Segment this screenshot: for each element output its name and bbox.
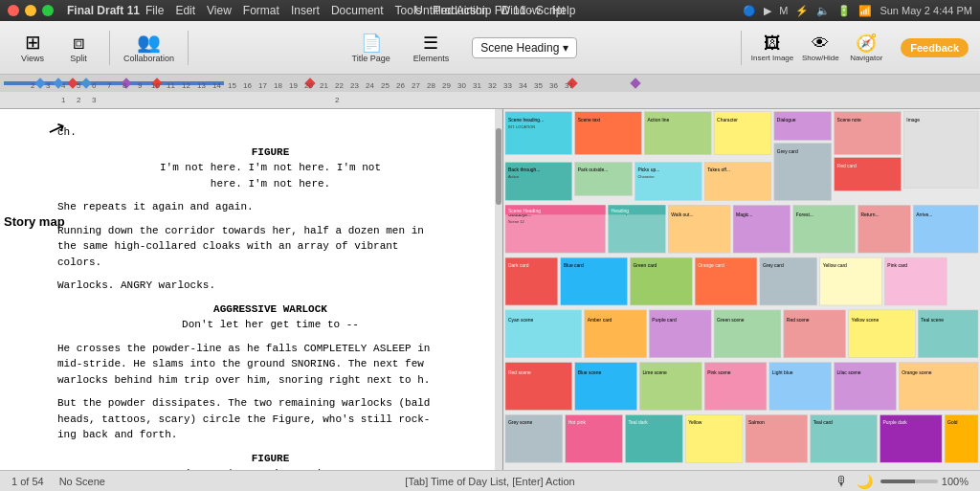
script-panel: Story map ↗ ch. FIGURE I'm not here. I'm… (0, 109, 503, 470)
svg-text:Scene Heading: Scene Heading (508, 208, 541, 213)
svg-text:Green card: Green card (633, 262, 657, 268)
ruler-num-13: 13 (197, 81, 206, 90)
ruler-num-2: 2 (31, 81, 34, 90)
separator-2 (188, 31, 189, 65)
menu-edit[interactable]: Edit (175, 4, 195, 17)
toolbar-center: 📄 Title Page ☰ Elements Scene Heading ▾ (198, 33, 731, 63)
svg-text:Purple card: Purple card (652, 317, 677, 323)
scene-marker-1[interactable] (34, 78, 45, 88)
ruler-num-6: 6 (92, 81, 96, 90)
scene-marker-9[interactable] (630, 78, 640, 88)
svg-text:Red card: Red card (837, 163, 857, 168)
menu-format[interactable]: Format (243, 4, 279, 17)
svg-text:Teal scene: Teal scene (921, 317, 944, 323)
navigator-button[interactable]: 🧭 Navigator (847, 33, 885, 62)
window-title: Untitled Airship FD 11 - Script (414, 4, 565, 17)
navigator-icon: 🧭 (856, 33, 877, 54)
ruler-num-4: 4 (61, 81, 65, 90)
svg-text:Lilac scene: Lilac scene (837, 369, 861, 375)
menu-file[interactable]: File (145, 4, 164, 17)
ruler-num-5: 5 (77, 81, 80, 90)
ruler-num-36: 36 (549, 81, 558, 90)
ruler-num-34: 34 (519, 81, 527, 90)
svg-text:Return...: Return... (861, 212, 880, 217)
ruler-num-25: 25 (381, 81, 390, 90)
toolbar: ⊞ Views ⧈ Split 👥 Collaboration 📄 Title … (0, 21, 980, 75)
ruler-top: 2 3 4 5 6 7 8 9 10 11 12 13 14 15 16 17 … (0, 75, 980, 92)
script-character-2: AGGRESSIVE WARLOCK (57, 301, 483, 318)
feedback-button[interactable]: Feedback (901, 38, 969, 57)
story-map-label: Story map (4, 214, 65, 231)
svg-text:Orange scene: Orange scene (902, 369, 931, 375)
toolbar-right: 🖼 Insert Image 👁 Show/Hide 🧭 Navigator F… (751, 33, 969, 62)
close-button[interactable] (8, 5, 19, 16)
zoom-button[interactable] (42, 5, 54, 16)
ruler-num-10: 10 (151, 81, 160, 90)
svg-text:Character: Character (637, 174, 655, 179)
split-label: Split (70, 54, 87, 63)
scene-heading-text: Scene Heading (480, 41, 559, 55)
views-icon: ⊞ (25, 33, 41, 52)
ruler-num-32: 32 (488, 81, 497, 90)
script-content[interactable]: ch. FIGURE I'm not here. I'm not here. I… (0, 109, 502, 470)
status-hint: [Tab] Time of Day List, [Enter] Action (405, 476, 574, 487)
status-right: 🎙 🌙 100% (835, 474, 969, 489)
svg-text:Pink card: Pink card (887, 262, 907, 268)
script-line-3: She repeats it again and again. (57, 199, 483, 215)
main-content: Story map ↗ ch. FIGURE I'm not here. I'm… (0, 109, 980, 470)
ruler-num-23: 23 (350, 81, 359, 90)
ruler-num-15: 15 (228, 81, 236, 90)
ruler-num-29: 29 (442, 81, 451, 90)
svg-text:Cyan scene: Cyan scene (508, 317, 533, 323)
story-map-canvas: Scene heading... INT. LOCATION Scene tex… (503, 109, 980, 470)
ruler-num-26: 26 (396, 81, 405, 90)
collaboration-button[interactable]: 👥 Collaboration (120, 25, 178, 71)
scroll-thumb[interactable] (496, 128, 501, 205)
title-bar: Final Draft 11 File Edit View Format Ins… (0, 0, 980, 21)
scene-marker-4[interactable] (80, 78, 91, 88)
ruler-num-27: 27 (412, 81, 420, 90)
script-line-7: But the powder dissipates. The two remai… (57, 395, 483, 443)
svg-text:Lime scene: Lime scene (642, 369, 667, 375)
minimize-button[interactable] (25, 5, 36, 16)
status-left: 1 of 54 No Scene (11, 476, 105, 487)
menu-insert[interactable]: Insert (291, 4, 320, 17)
menu-view[interactable]: View (207, 4, 232, 17)
ruler-num-24: 24 (366, 81, 374, 90)
script-line-6: He crosses the powder-line as he falls C… (57, 341, 483, 389)
mic-icon[interactable]: 🎙 (835, 474, 849, 489)
scroll-bar[interactable] (495, 109, 502, 470)
svg-text:INT. LOCATION: INT. LOCATION (508, 124, 535, 129)
menu-document[interactable]: Document (331, 4, 384, 17)
ruler-num-14: 14 (212, 81, 221, 90)
title-page-label: Title Page (352, 54, 390, 63)
show-hide-icon: 👁 (812, 33, 829, 54)
views-button[interactable]: ⊞ Views (11, 25, 54, 71)
zoom-slider[interactable] (880, 480, 938, 483)
ruler-num-35: 35 (534, 81, 543, 90)
svg-text:Blue scene: Blue scene (578, 369, 602, 375)
svg-text:Purple dark: Purple dark (882, 419, 907, 425)
svg-text:Arrive...: Arrive... (916, 212, 932, 217)
script-dialogue-3: I'm not here. I'm not here... (96, 466, 445, 470)
ruler-num-37: 37 (565, 81, 573, 90)
svg-text:Blue card: Blue card (564, 262, 584, 268)
show-hide-button[interactable]: 👁 Show/Hide (801, 33, 839, 62)
elements-button[interactable]: ☰ Elements (413, 33, 450, 63)
split-button[interactable]: ⧈ Split (57, 25, 100, 71)
story-map-panel[interactable]: Scene heading... INT. LOCATION Scene tex… (503, 109, 980, 470)
svg-text:Yellow scene: Yellow scene (852, 317, 880, 323)
insert-image-button[interactable]: 🖼 Insert Image (751, 33, 793, 62)
svg-text:Light blue: Light blue (772, 369, 793, 375)
moon-icon: 🌙 (857, 474, 873, 489)
zoom-control[interactable]: 100% (880, 476, 969, 487)
ruler-num-30: 30 (457, 81, 466, 90)
title-page-icon: 📄 (361, 33, 382, 54)
separator-3 (741, 31, 742, 65)
svg-text:Picks up...: Picks up... (637, 167, 659, 172)
scene-heading-dropdown[interactable]: Scene Heading ▾ (472, 37, 577, 58)
title-page-button[interactable]: 📄 Title Page (352, 33, 390, 63)
svg-text:Park outside...: Park outside... (578, 167, 609, 172)
ruler-num-21: 21 (320, 81, 328, 90)
ruler-num-12: 12 (182, 81, 190, 90)
